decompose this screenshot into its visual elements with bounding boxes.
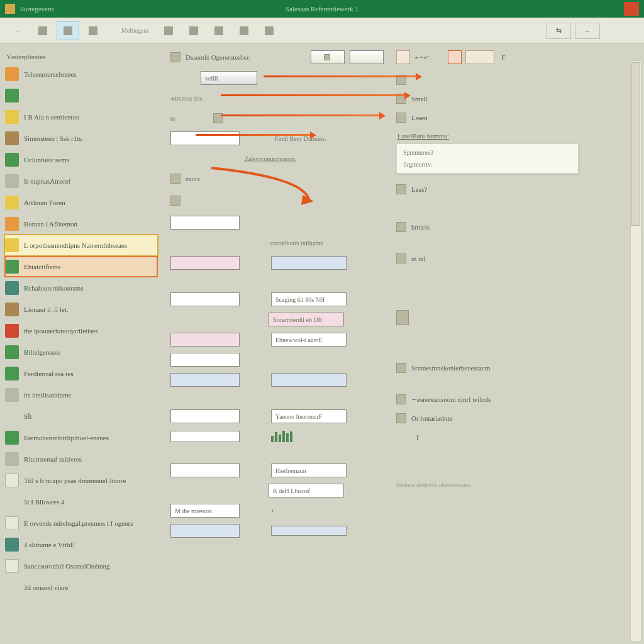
sidebar-item-12[interactable]: the ipounerlureoqoriletises <box>5 321 157 341</box>
sidebar-item-14[interactable]: Ferdterrral rea res <box>5 364 157 384</box>
generic-icon <box>170 196 180 206</box>
rdel-input[interactable]: R deH Lhicosf <box>269 484 344 497</box>
mini-input-1[interactable] <box>170 431 240 442</box>
sidebar-item-icon <box>5 89 19 103</box>
input-3[interactable] <box>170 256 240 270</box>
toolbar-right-button-1[interactable]: ⇆ <box>546 23 571 39</box>
sidebar-item-18[interactable]: Riterrnemaf ssitivres <box>5 449 157 469</box>
sidebar-item-icon <box>5 110 19 124</box>
sidebar-item-3[interactable]: Simmsteen | Ssk r1ts. <box>5 128 157 148</box>
sidebar-item-7[interactable]: Bontan i Aflitemon <box>5 214 157 234</box>
input-9[interactable] <box>271 373 347 387</box>
veliil-input[interactable]: veliil <box>201 71 257 85</box>
sidebar-item-label: Lionaut il .5 let. <box>24 306 69 313</box>
toolbar-button-2[interactable] <box>57 21 79 40</box>
nav-back-button[interactable]: ‹ <box>6 21 29 40</box>
options-dropdown[interactable]: Spmmuree3 firgrtenrrtv. <box>396 143 579 174</box>
toolbar-button-8[interactable] <box>258 21 280 40</box>
toolbar-button-4[interactable] <box>157 21 180 40</box>
input-10[interactable] <box>170 409 240 423</box>
yaeooo-input[interactable]: Yaeooo lteoroncrF <box>271 409 347 423</box>
sidebar-item-5[interactable]: Ir nupnasAtrecef <box>5 171 157 191</box>
sidebar-item-8[interactable]: L orpotbssnendtipns Narrernfnbseaes <box>5 235 157 255</box>
toolbar-button-1[interactable] <box>31 21 54 40</box>
toolbar-button-5[interactable] <box>182 21 205 40</box>
sidebar-item-label: Till s fr′ncapo peas dmmennel Jtonre <box>24 477 126 484</box>
input-7[interactable] <box>170 353 240 367</box>
right-top-icon-1[interactable] <box>396 50 410 64</box>
sidebar-item-17[interactable]: Eermohentebitrlipihuel-ensnes <box>5 428 157 448</box>
sidebar-item-label: Bontan i Aflitemon <box>24 220 77 228</box>
sconder-input[interactable]: Sccamderdil eb Oft <box>269 313 344 326</box>
tower-icon <box>396 310 409 325</box>
sidebar-item-label: Ir nupnasAtrecef <box>24 177 70 185</box>
zahrn-label[interactable]: Zalernconuntmarnir. <box>245 155 296 162</box>
sidebar-item-label: Eermohentebitrlipihuel-ensnes <box>24 434 109 441</box>
sidebar-item-19[interactable]: Till s fr′ncapo peas dmmennel Jtonre <box>5 470 157 491</box>
input-6[interactable] <box>170 333 240 347</box>
generic-icon <box>164 26 173 35</box>
sidebar-item-16[interactable]: SÍt <box>5 406 157 426</box>
input-8[interactable] <box>170 373 240 387</box>
middle-panel: Dssentle Ogerersterber. veliil ∙etrcroes… <box>165 44 391 644</box>
mml-label: m ml <box>411 255 426 262</box>
vertical-scrollbar[interactable] <box>630 60 641 641</box>
sidebar-item-label: Artlnum Foren <box>24 199 65 206</box>
sidebar-item-icon <box>5 67 19 81</box>
right-top-icon-3[interactable] <box>465 50 494 64</box>
sidebar-item-4[interactable]: Ocluntueir sems <box>5 150 157 170</box>
toolbar: ‹ Melttegees ⇆ – <box>0 18 644 44</box>
scaging-input[interactable]: Scaging 61 80s NH <box>271 292 347 306</box>
sidebar-item-6[interactable]: Artlnum Foren <box>5 192 157 213</box>
sidebar-item-1[interactable] <box>5 86 157 106</box>
sidebar-item-13[interactable]: Biltelgensses <box>5 342 157 362</box>
toolbar-button-6[interactable] <box>208 21 230 40</box>
generic-icon <box>396 394 406 404</box>
close-button[interactable] <box>624 2 639 16</box>
sidebar-item-icon <box>5 196 19 209</box>
sidebar-item-icon <box>5 131 19 145</box>
mid-top-button-2[interactable] <box>350 50 384 64</box>
toolbar-button-7[interactable] <box>233 21 255 40</box>
sidebar-item-icon <box>5 538 19 552</box>
sidebar-item-21[interactable]: E orvends ndrebsgal.presmos t f ogenrs <box>5 513 157 533</box>
sidebar-item-15[interactable]: its hrstllsatldnme <box>5 385 157 405</box>
sidebar-item-11[interactable]: Lionaut il .5 let. <box>5 299 157 319</box>
right-top-icon-2[interactable] <box>448 50 462 64</box>
toolbar-tab-1[interactable]: Melttegees <box>116 21 155 40</box>
input-5[interactable] <box>170 292 240 306</box>
generic-icon <box>396 253 406 264</box>
vurrat-label: vurratihotrs inilluriss <box>270 240 323 247</box>
input-13[interactable] <box>271 526 347 536</box>
dropdown-option-1[interactable]: Spmmuree3 <box>397 147 578 158</box>
input-4[interactable] <box>271 256 347 270</box>
sidebar-item-9[interactable]: Ehtatctifisme <box>5 257 157 277</box>
ehnew-input[interactable]: Ehnewwol-t aümE <box>271 333 347 347</box>
right-panel: ∙a ∼e⁻ F Smell Lssen LsselBare hemnte: S… <box>391 44 644 644</box>
hsef-input[interactable]: Hsefremaun <box>271 464 347 477</box>
dropdown-option-2[interactable]: firgrtenrrtv. <box>397 158 578 170</box>
mihe-input[interactable]: M ihe miesson <box>170 504 240 518</box>
sidebar-item-icon <box>5 281 19 295</box>
input-12[interactable] <box>170 524 240 538</box>
sidebar-item-24[interactable]: 3d omsenl viere <box>5 577 157 597</box>
sidebar-item-0[interactable]: Tcisenmursehrsnes <box>5 64 157 84</box>
sidebar-item-20[interactable]: 5t I Bllovces 4 <box>5 492 157 512</box>
forward-arrow-icon[interactable]: › <box>271 506 274 516</box>
sidebar-item-icon <box>5 345 19 359</box>
toolbar-right-button-2[interactable]: – <box>575 23 600 39</box>
input-2[interactable] <box>170 216 240 230</box>
sidebar-item-22[interactable]: 4 slittume e VtthE <box>5 535 157 555</box>
mid-top-button-1[interactable] <box>311 50 345 64</box>
toolbar-button-3[interactable] <box>82 21 104 40</box>
scrollbar-thumb[interactable] <box>631 62 640 226</box>
sidebar-item-10[interactable]: Rchafouternlkonrsms <box>5 278 157 298</box>
sidebar-item-label: its hrstllsatldnme <box>24 391 71 399</box>
mini-bar-chart <box>271 431 292 442</box>
sidebar-item-icon <box>5 559 19 573</box>
sidebar-item-23[interactable]: Sancesorotthrl OssmslOnémng <box>5 556 157 576</box>
sidebar-item-2[interactable]: I B Ala n eemlenton <box>5 107 157 127</box>
sidebar-item-icon <box>5 474 19 487</box>
arrow-annotation-2 <box>221 94 409 96</box>
input-11[interactable] <box>170 464 240 477</box>
